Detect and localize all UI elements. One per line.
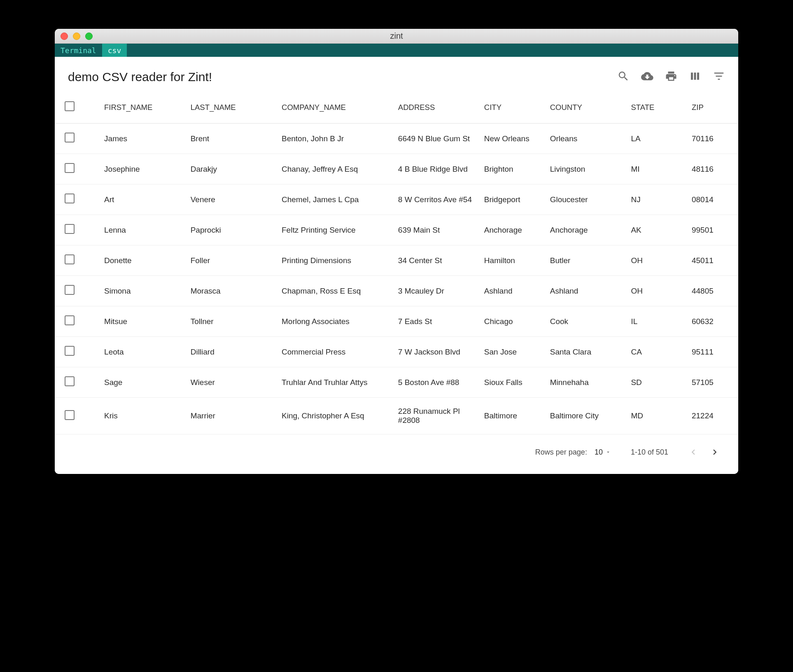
cell-first-name: Kris <box>90 398 187 434</box>
cell-first-name: Donette <box>90 245 187 276</box>
cell-city: New Orleans <box>480 124 546 154</box>
cell-company-name: Chapman, Ross E Esq <box>278 276 394 306</box>
cell-address: 6649 N Blue Gum St <box>394 124 480 154</box>
col-header-company-name[interactable]: COMPANY_NAME <box>278 94 394 124</box>
cell-county: Anchorage <box>546 215 627 245</box>
table-row: KrisMarrierKing, Christopher A Esq228 Ru… <box>55 398 738 434</box>
row-checkbox[interactable] <box>65 194 75 203</box>
close-window-button[interactable] <box>61 33 68 40</box>
pagination: Rows per page: 10 1-10 of 501 <box>55 434 738 474</box>
table-row: JamesBrentBenton, John B Jr6649 N Blue G… <box>55 124 738 154</box>
table-row: MitsueTollnerMorlong Associates7 Eads St… <box>55 306 738 337</box>
table-row: ArtVenereChemel, James L Cpa8 W Cerritos… <box>55 184 738 215</box>
rows-per-page-label: Rows per page: <box>535 448 587 457</box>
cell-zip: 95111 <box>688 337 738 367</box>
cell-company-name: Feltz Printing Service <box>278 215 394 245</box>
cell-county: Gloucester <box>546 184 627 215</box>
table-body: JamesBrentBenton, John B Jr6649 N Blue G… <box>55 124 738 434</box>
cell-city: Anchorage <box>480 215 546 245</box>
row-checkbox[interactable] <box>65 133 75 142</box>
cell-last-name: Foller <box>187 245 278 276</box>
row-checkbox[interactable] <box>65 410 75 420</box>
cell-address: 228 Runamuck Pl #2808 <box>394 398 480 434</box>
col-header-first-name[interactable]: FIRST_NAME <box>90 94 187 124</box>
cell-last-name: Dilliard <box>187 337 278 367</box>
cell-zip: 44805 <box>688 276 738 306</box>
row-checkbox[interactable] <box>65 285 75 295</box>
search-icon[interactable] <box>617 70 630 84</box>
cell-first-name: Simona <box>90 276 187 306</box>
page-title: demo CSV reader for Zint! <box>68 70 212 84</box>
window-title: zint <box>55 31 738 41</box>
cell-company-name: Morlong Associates <box>278 306 394 337</box>
columns-icon[interactable] <box>689 70 701 84</box>
rows-per-page-select[interactable]: 10 <box>595 448 611 457</box>
cell-county: Butler <box>546 245 627 276</box>
cell-city: San Jose <box>480 337 546 367</box>
cell-address: 8 W Cerritos Ave #54 <box>394 184 480 215</box>
tab-csv[interactable]: csv <box>102 44 127 57</box>
cell-state: NJ <box>627 184 688 215</box>
cell-county: Santa Clara <box>546 337 627 367</box>
cell-first-name: Art <box>90 184 187 215</box>
cell-county: Orleans <box>546 124 627 154</box>
fullscreen-window-button[interactable] <box>85 33 93 40</box>
col-header-county[interactable]: COUNTY <box>546 94 627 124</box>
cell-address: 5 Boston Ave #88 <box>394 367 480 398</box>
cell-state: OH <box>627 245 688 276</box>
next-page-button[interactable] <box>709 447 720 457</box>
row-checkbox[interactable] <box>65 376 75 386</box>
cell-zip: 60632 <box>688 306 738 337</box>
select-all-checkbox[interactable] <box>65 101 75 111</box>
pagination-range: 1-10 of 501 <box>631 448 668 457</box>
row-checkbox[interactable] <box>65 315 75 325</box>
cell-first-name: Lenna <box>90 215 187 245</box>
table-row: LeotaDilliardCommercial Press7 W Jackson… <box>55 337 738 367</box>
cell-city: Baltimore <box>480 398 546 434</box>
cell-address: 3 Mcauley Dr <box>394 276 480 306</box>
cell-state: SD <box>627 367 688 398</box>
cell-company-name: King, Christopher A Esq <box>278 398 394 434</box>
cell-state: CA <box>627 337 688 367</box>
cell-last-name: Marrier <box>187 398 278 434</box>
table-header: FIRST_NAME LAST_NAME COMPANY_NAME ADDRES… <box>55 94 738 124</box>
cell-county: Ashland <box>546 276 627 306</box>
cell-address: 7 Eads St <box>394 306 480 337</box>
table-row: SageWieserTruhlar And Truhlar Attys5 Bos… <box>55 367 738 398</box>
row-checkbox[interactable] <box>65 346 75 356</box>
col-header-address[interactable]: ADDRESS <box>394 94 480 124</box>
row-checkbox[interactable] <box>65 163 75 173</box>
col-header-state[interactable]: STATE <box>627 94 688 124</box>
cell-company-name: Printing Dimensions <box>278 245 394 276</box>
table-row: DonetteFollerPrinting Dimensions34 Cente… <box>55 245 738 276</box>
col-header-last-name[interactable]: LAST_NAME <box>187 94 278 124</box>
row-checkbox[interactable] <box>65 254 75 264</box>
data-table: FIRST_NAME LAST_NAME COMPANY_NAME ADDRES… <box>55 94 738 434</box>
cell-zip: 57105 <box>688 367 738 398</box>
dropdown-arrow-icon <box>605 449 611 455</box>
cell-zip: 45011 <box>688 245 738 276</box>
cell-county: Baltimore City <box>546 398 627 434</box>
download-cloud-icon[interactable] <box>641 70 653 84</box>
col-header-zip[interactable]: ZIP <box>688 94 738 124</box>
filter-icon[interactable] <box>713 70 725 84</box>
cell-last-name: Wieser <box>187 367 278 398</box>
cell-state: OH <box>627 276 688 306</box>
row-checkbox[interactable] <box>65 224 75 234</box>
prev-page-button[interactable] <box>688 447 699 457</box>
tab-bar: Terminal csv <box>55 44 738 57</box>
cell-zip: 48116 <box>688 154 738 184</box>
tab-terminal[interactable]: Terminal <box>55 44 102 57</box>
rows-per-page-value: 10 <box>595 448 603 457</box>
table-row: SimonaMorascaChapman, Ross E Esq3 Mcaule… <box>55 276 738 306</box>
minimize-window-button[interactable] <box>73 33 80 40</box>
cell-state: MD <box>627 398 688 434</box>
cell-state: MI <box>627 154 688 184</box>
cell-first-name: James <box>90 124 187 154</box>
cell-last-name: Morasca <box>187 276 278 306</box>
print-icon[interactable] <box>665 70 677 84</box>
cell-last-name: Tollner <box>187 306 278 337</box>
cell-city: Bridgeport <box>480 184 546 215</box>
pagination-nav <box>688 447 720 457</box>
col-header-city[interactable]: CITY <box>480 94 546 124</box>
